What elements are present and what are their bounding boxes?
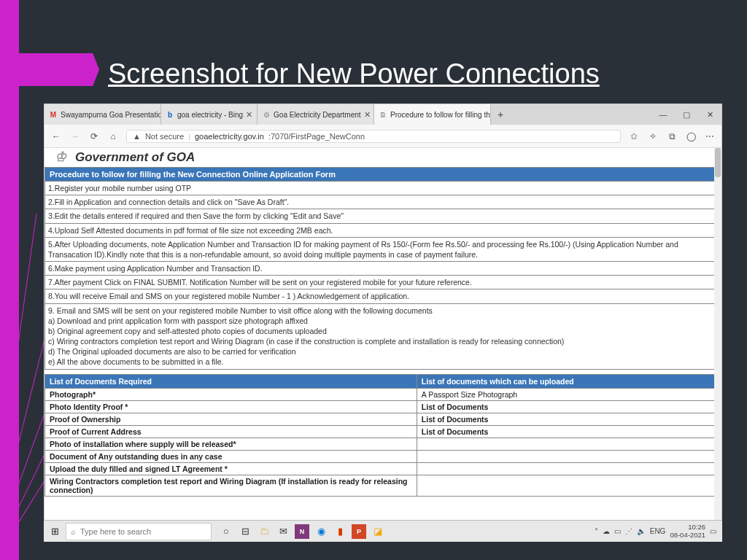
not-secure-icon: ▲: [133, 132, 141, 141]
procedure-step: 8.You will receive Email and SMS on your…: [44, 289, 721, 303]
doc-required-cell: Document of Any outstanding dues in any …: [45, 450, 417, 462]
tab-3[interactable]: 🗎 Procedure to follow for filling th ✕: [374, 104, 491, 125]
doc-required-cell: Photo of installation where supply will …: [45, 438, 417, 450]
favorites-icon[interactable]: ✧: [647, 131, 659, 141]
doc-required-cell: Proof of Current Address: [45, 425, 417, 438]
procedure-substep: a) Download and print application form w…: [48, 316, 718, 326]
table-row: Proof of Current AddressList of Document…: [45, 425, 721, 438]
powerpoint-icon[interactable]: P: [352, 524, 366, 539]
language-indicator[interactable]: ENG: [650, 527, 666, 535]
page-content: ♔ Government of GOA Procedure to follow …: [44, 148, 721, 526]
slide-accent-arrow: [19, 53, 99, 86]
not-secure-label: Not secure: [145, 132, 184, 141]
doc-required-cell: Photograph*: [45, 388, 417, 400]
new-tab-button[interactable]: +: [491, 104, 510, 125]
procedure-step: 4.Upload Self Attested documents in pdf …: [44, 224, 721, 238]
procedure-step: 6.Make payment using Application Number …: [44, 262, 721, 276]
wifi-icon[interactable]: ⋰: [625, 527, 632, 535]
edge-icon[interactable]: ◉: [314, 524, 328, 539]
maximize-button[interactable]: ▢: [675, 104, 698, 125]
more-icon[interactable]: ⋯: [704, 131, 716, 141]
procedure-substep: b) Original agreement copy and self-atte…: [48, 326, 718, 336]
doc-required-cell: Upload the duly filled and signed LT Agr…: [45, 462, 417, 475]
doc-upload-cell: [417, 462, 721, 475]
collections-icon[interactable]: ⧉: [666, 131, 678, 141]
reload-button[interactable]: ⟳: [88, 131, 100, 141]
procedure-header: Procedure to follow for filling the New …: [44, 167, 721, 182]
search-icon: ⌕: [71, 527, 76, 536]
onedrive-icon[interactable]: ☁: [603, 527, 610, 535]
taskbar-clock[interactable]: 10:26 08-04-2021: [670, 524, 705, 539]
url-path: :7070/FirstPage_NewConn: [268, 132, 365, 141]
tab-1[interactable]: b goa electricity - Bing ✕: [161, 104, 258, 125]
table-row: Document of Any outstanding dues in any …: [45, 450, 721, 462]
doc-required-cell: Photo Identity Proof *: [45, 400, 417, 413]
doc-upload-cell: A Passport Size Photograph: [417, 388, 721, 400]
mail-icon[interactable]: ✉: [276, 524, 290, 539]
onenote-icon[interactable]: N: [295, 524, 309, 539]
procedure-substep: e) All the above documents to be submitt…: [48, 357, 718, 367]
close-window-button[interactable]: ✕: [698, 104, 721, 125]
table-row: Photo of installation where supply will …: [45, 438, 721, 450]
tab-0[interactable]: M Swayampurna Goa Presentation ✕: [44, 104, 161, 125]
procedure-step: 1.Register your mobile number using OTP: [44, 182, 721, 195]
tab-label: Swayampurna Goa Presentation: [61, 111, 161, 119]
doc-upload-cell: [417, 450, 721, 462]
doc-upload-cell: [417, 475, 721, 496]
tray-chevron-icon[interactable]: ˄: [595, 527, 598, 535]
forward-button[interactable]: →: [69, 131, 81, 141]
vertical-scrollbar[interactable]: [714, 148, 721, 526]
tab-label: goa electricity - Bing: [177, 111, 243, 119]
table-row: Proof of OwnershipList of Documents: [45, 413, 721, 425]
norton-icon[interactable]: ◪: [371, 524, 385, 539]
cortana-icon[interactable]: ○: [219, 524, 233, 539]
clock-date: 08-04-2021: [670, 532, 705, 539]
gov-header: ♔ Government of GOA: [44, 148, 721, 167]
back-button[interactable]: ←: [50, 131, 62, 141]
close-icon[interactable]: ✕: [246, 110, 252, 120]
table-row: Photograph*A Passport Size Photograph: [45, 388, 721, 400]
procedure-step: 5.After Uploading documents, note Applic…: [44, 238, 721, 262]
url-domain: goaelectricity.gov.in: [195, 132, 264, 141]
minimize-button[interactable]: —: [651, 104, 675, 125]
doc-upload-cell: [417, 438, 721, 450]
start-button[interactable]: ⊞: [44, 521, 66, 542]
table-row: Wiring Contractors completion test repor…: [45, 475, 721, 496]
battery-icon[interactable]: ▭: [614, 527, 621, 535]
scrollbar-thumb[interactable]: [715, 148, 721, 177]
doc-upload-link[interactable]: List of Documents: [417, 425, 721, 438]
taskbar-search[interactable]: ⌕ Type here to search: [66, 523, 212, 540]
taskview-icon[interactable]: ⊟: [238, 524, 252, 539]
office-icon[interactable]: ▮: [333, 524, 347, 539]
documents-table: List of Documents Required List of docum…: [44, 374, 721, 497]
doc-upload-link[interactable]: List of Documents: [417, 413, 721, 425]
site-icon: ⚙: [262, 110, 271, 119]
home-button[interactable]: ⌂: [107, 131, 119, 141]
read-aloud-icon[interactable]: ✩: [628, 131, 640, 141]
volume-icon[interactable]: 🔈: [637, 527, 646, 535]
table-row: Photo Identity Proof *List of Documents: [45, 400, 721, 413]
address-bar: ← → ⟳ ⌂ ▲ Not secure | goaelectricity.go…: [44, 125, 721, 148]
bing-icon: b: [166, 110, 174, 119]
profile-icon[interactable]: ◯: [685, 131, 697, 141]
procedure-step: 2.Fill in Application and connection det…: [44, 195, 721, 209]
url-field[interactable]: ▲ Not secure | goaelectricity.gov.in:707…: [126, 130, 621, 143]
taskbar-apps: ○ ⊟ 🗀 ✉ N ◉ ▮ P ◪: [219, 524, 385, 539]
notifications-icon[interactable]: ▭: [710, 527, 716, 535]
procedure-substep: d) The Original uploaded documents are a…: [48, 346, 718, 357]
doc-required-cell: Proof of Ownership: [45, 413, 417, 425]
doc-upload-link[interactable]: List of Documents: [417, 400, 721, 413]
doc-required-cell: Wiring Contractors completion test repor…: [45, 475, 417, 496]
slide-accent-bar: [0, 0, 19, 560]
step-9-text: 9. Email and SMS will be sent on your re…: [48, 306, 718, 316]
tab-label: Procedure to follow for filling th: [390, 111, 490, 119]
tab-label: Goa Electricity Department: [274, 111, 361, 119]
page-icon: 🗎: [379, 110, 387, 119]
explorer-icon[interactable]: 🗀: [257, 524, 271, 539]
clock-time: 10:26: [670, 524, 705, 531]
close-icon[interactable]: ✕: [364, 110, 371, 120]
browser-window: M Swayampurna Goa Presentation ✕ b goa e…: [44, 104, 722, 526]
tab-2[interactable]: ⚙ Goa Electricity Department ✕: [258, 104, 374, 125]
windows-taskbar: ⊞ ⌕ Type here to search ○ ⊟ 🗀 ✉ N ◉ ▮ P …: [44, 520, 722, 542]
slide-title: Screenshot for New Power Connections: [108, 58, 600, 90]
